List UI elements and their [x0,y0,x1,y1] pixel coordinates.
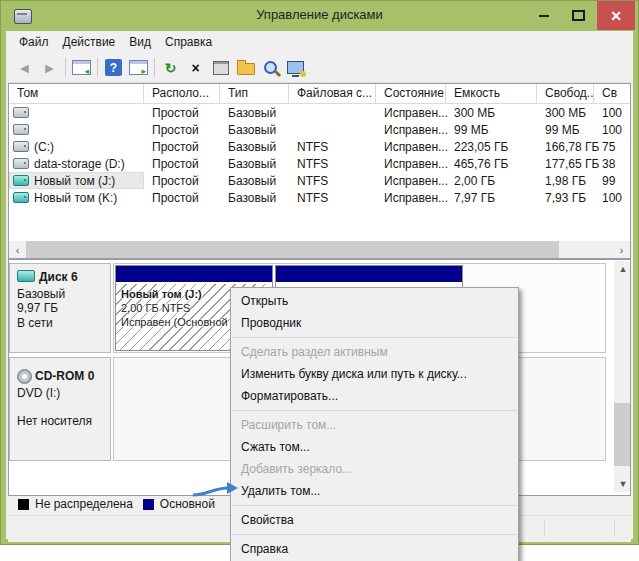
volume-filesystem: NTFS [289,174,376,188]
volume-free-percent: 100 [594,191,631,205]
properties-icon[interactable] [208,56,233,79]
context-menu-item[interactable]: Справка [231,538,518,560]
cdrom-info-box[interactable]: CD-ROM 0 DVD (I:) Нет носителя [9,357,111,461]
context-menu-item[interactable]: Свойства [231,509,518,531]
volume-free: 99 МБ [537,123,594,137]
toolbar: ◄►◂?▸↻× [6,53,633,83]
volume-name-cell[interactable]: Новый том (K:) [9,189,144,206]
titlebar[interactable]: Управление дисками ✕ [1,1,638,30]
delete-icon[interactable]: × [183,56,208,79]
volume-name-cell[interactable]: Новый том (J:) [9,172,144,189]
scroll-down-icon[interactable]: ▼ [614,476,631,492]
volume-type: Базовый [220,106,289,120]
cdrom-drive-letter: DVD (I:) [17,386,110,401]
drive-icon [13,141,29,152]
console-tree-icon[interactable]: ◂ [69,56,94,79]
minimize-button[interactable] [529,1,559,30]
vertical-scrollbar[interactable]: ▲ ▼ [614,261,631,492]
scroll-up-icon[interactable]: ▲ [614,261,631,277]
partition-k-color-strip [276,266,462,284]
maximize-button[interactable] [563,1,593,30]
volume-free: 166,78 ГБ [537,140,594,154]
table-row[interactable]: Новый том (K:)ПростойБазовыйNTFSИсправен… [9,189,630,206]
legend-item: Не распределена [18,497,133,511]
column-header[interactable]: Состояние [376,84,446,103]
volume-name-cell[interactable]: data-storage (D:) [9,155,144,172]
volume-status: Исправен... [376,157,446,171]
drive-icon [13,158,29,169]
volume-free-percent: 99 [594,174,631,188]
screenshot-root: Управление дисками ✕ ФайлДействиеВидСпра… [0,0,639,561]
disk6-type: Базовый [17,287,110,302]
disk6-label: Диск 6 [39,270,78,285]
status-bar-divider [614,520,615,537]
context-menu-item: Сделать раздел активным [231,341,518,363]
volume-list: ТомРасполо...ТипФайловая с...СостояниеЕм… [8,83,631,259]
volume-type: Базовый [220,157,289,171]
volume-type: Базовый [220,123,289,137]
menubar-item[interactable]: Справка [158,32,219,52]
table-row[interactable]: ПростойБазовыйИсправен...300 МБ300 МБ100 [9,104,630,121]
status-bar-divider [544,520,545,537]
toolbar-separator [97,58,98,77]
volume-free-percent: 100 [594,123,631,137]
table-row[interactable]: Новый том (J:)ПростойБазовыйNTFSИсправен… [9,172,630,189]
show-console-icon[interactable]: ▸ [126,56,151,79]
horizontal-scrollbar-thumb[interactable] [26,241,559,258]
column-header[interactable]: Свобод... [537,84,594,103]
partition-j-title: Новый том (J:) [121,288,202,300]
context-menu-separator [232,534,517,535]
context-menu-item[interactable]: Открыть [231,290,518,312]
volume-free-percent: 75 [594,140,631,154]
disk-settings-icon[interactable] [283,56,308,79]
column-header[interactable]: Тип [220,84,289,103]
back-icon[interactable]: ◄ [12,56,37,79]
column-header[interactable]: Св [594,84,631,103]
vertical-scrollbar-thumb[interactable] [614,403,631,466]
volume-type: Базовый [220,174,289,188]
column-header[interactable]: Емкость [446,84,537,103]
context-menu-item[interactable]: Сжать том... [231,436,518,458]
volume-layout: Простой [144,140,220,154]
context-menu-item[interactable]: Удалить том... [231,480,518,502]
context-menu-item[interactable]: Форматировать... [231,385,518,407]
disk-icon [17,270,35,282]
volume-capacity: 2,00 ГБ [446,174,537,188]
volume-status: Исправен... [376,191,446,205]
context-menu: ОткрытьПроводникСделать раздел активнымИ… [230,287,519,561]
scroll-right-icon[interactable]: › [613,241,630,258]
disk6-info-box[interactable]: Диск 6 Базовый 9,97 ГБ В сети [9,263,111,353]
table-row[interactable]: (C:)ПростойБазовыйNTFSИсправен...223,05 … [9,138,630,155]
horizontal-scrollbar[interactable]: ‹ › [9,241,630,258]
close-button[interactable]: ✕ [597,1,635,30]
volume-name-cell[interactable] [9,121,144,138]
menubar-item[interactable]: Файл [12,32,56,52]
volume-type: Базовый [220,191,289,205]
menubar-item[interactable]: Вид [122,32,158,52]
forward-icon[interactable]: ► [37,56,62,79]
drive-icon [13,192,29,203]
refresh-icon[interactable]: ↻ [158,56,183,79]
scroll-left-icon[interactable]: ‹ [9,241,26,258]
context-menu-item[interactable]: Изменить букву диска или путь к диску... [231,363,518,385]
volume-capacity: 300 МБ [446,106,537,120]
menu-bar: ФайлДействиеВидСправка [6,31,633,53]
search-icon[interactable] [258,56,283,79]
volume-filesystem: NTFS [289,191,376,205]
cdrom-label: CD-ROM 0 [35,369,94,384]
volume-name-cell[interactable] [9,104,144,121]
table-row[interactable]: data-storage (D:)ПростойБазовыйNTFSИспра… [9,155,630,172]
table-row[interactable]: ПростойБазовыйИсправен...99 МБ99 МБ100 [9,121,630,138]
context-menu-item[interactable]: Проводник [231,312,518,334]
volume-name-cell[interactable]: (C:) [9,138,144,155]
menubar-item[interactable]: Действие [56,32,123,52]
volume-capacity: 99 МБ [446,123,537,137]
open-folder-icon[interactable] [233,56,258,79]
annotation-arrow-icon [190,477,242,501]
help-icon[interactable]: ? [101,56,126,79]
volume-status: Исправен... [376,106,446,120]
column-header[interactable]: Том [9,84,144,103]
context-menu-separator [232,410,517,411]
column-header[interactable]: Располо... [144,84,220,103]
column-header[interactable]: Файловая с... [289,84,376,103]
